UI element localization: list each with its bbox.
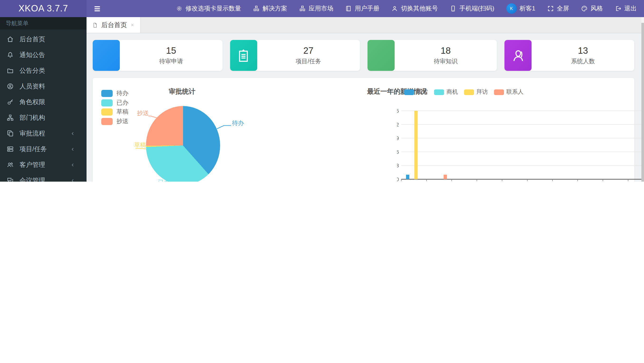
tab-close-icon[interactable] (130, 23, 134, 27)
stat-value: 13 (578, 46, 588, 56)
home-icon (6, 36, 14, 43)
user-icon (391, 5, 398, 12)
person-icon (505, 40, 532, 71)
pie-chart (146, 106, 220, 182)
topbar-item-label: 析客1 (520, 4, 535, 13)
bar-legend-item-0[interactable]: 线索 (404, 88, 428, 96)
legend-swatch (101, 118, 113, 125)
tab-dashboard[interactable]: 后台首页 (86, 17, 141, 33)
content: 15 待审申请 27 项目/任务 18 待审知识 13 系统人数 审批统计 待办… (86, 33, 644, 182)
bar-legend-item-2[interactable]: 拜访 (464, 88, 488, 96)
sidebar-item-label: 部门机构 (20, 114, 45, 122)
tab-bar: 后台首页 (86, 17, 644, 33)
signout-icon (615, 5, 622, 12)
sidebar-header: 导航菜单 (0, 17, 86, 30)
bar-legend-item-1[interactable]: 商机 (434, 88, 458, 96)
sidebar-item-3[interactable]: 人员资料 (0, 78, 86, 94)
charts-card: 审批统计 待办已办草稿抄送 抄送待办草稿已办 最近一年的新增情况 线索商机拜访联… (93, 78, 634, 182)
chevron-left-icon (68, 131, 76, 136)
pie-legend-item-2[interactable]: 草稿 (101, 108, 128, 117)
stat-value: 15 (166, 46, 176, 56)
topbar-item-8[interactable]: 风格 (581, 4, 603, 13)
topbar-item-label: 风格 (590, 4, 603, 13)
sidebar-item-7[interactable]: 项目/任务 (0, 141, 86, 157)
cubes-icon (299, 5, 306, 12)
folder-icon (6, 67, 14, 74)
svg-text:3: 3 (397, 162, 399, 168)
comments-icon (6, 177, 14, 182)
dashboard-page: XKOA 3.7.7 修改选项卡显示数量解决方案应用市场用户手册切换其他账号手机… (0, 0, 644, 182)
shield-check-icon (93, 40, 120, 71)
chevron-left-icon (68, 178, 76, 182)
pie-legend-item-1[interactable]: 已办 (101, 98, 128, 108)
topbar-item-1[interactable]: 解决方案 (253, 4, 287, 13)
svg-text:12: 12 (397, 122, 399, 128)
topbar-item-7[interactable]: 全屏 (547, 4, 569, 13)
topbar-item-5[interactable]: 手机端(扫码) (450, 4, 494, 13)
sidebar-item-6[interactable]: 审批流程 (0, 126, 86, 141)
stat-label: 待审申请 (159, 57, 183, 65)
pie-legend-item-0[interactable]: 待办 (101, 89, 128, 98)
legend-label: 待办 (116, 90, 128, 98)
topbar-item-label: 切换其他账号 (401, 4, 438, 13)
sidebar-item-5[interactable]: 部门机构 (0, 110, 86, 126)
topbar-item-label: 手机端(扫码) (459, 4, 494, 13)
bar-legend: 线索商机拜访联系人 (404, 88, 524, 96)
app-logo[interactable]: XKOA 3.7.7 (0, 0, 86, 17)
sidebar-item-label: 公告分类 (20, 66, 45, 75)
scrollbar[interactable] (642, 17, 644, 182)
stat-card-0[interactable]: 15 待审申请 (93, 40, 222, 71)
topbar-item-9[interactable]: 退出 (615, 4, 637, 13)
topbar-item-0[interactable]: 修改选项卡显示数量 (176, 4, 241, 13)
stat-card-1[interactable]: 27 项目/任务 (230, 40, 360, 71)
legend-swatch (494, 89, 504, 95)
sidebar-item-label: 审批流程 (20, 129, 45, 138)
legend-label: 联系人 (506, 88, 524, 96)
legend-swatch (434, 89, 444, 95)
key-icon (6, 98, 14, 106)
legend-swatch (101, 90, 113, 97)
sidebar-item-9[interactable]: 会议管理 (0, 172, 86, 182)
legend-label: 抄送 (116, 118, 128, 126)
palette-icon (581, 5, 588, 12)
bar-legend-item-3[interactable]: 联系人 (494, 88, 524, 96)
tab-label: 后台首页 (101, 21, 127, 29)
stat-card-2[interactable]: 18 待审知识 (367, 40, 497, 71)
topbar-item-2[interactable]: 应用市场 (299, 4, 333, 13)
main-area: 后台首页 15 待审申请 27 项目/任务 18 待审知识 13 系统人数 审批… (86, 17, 644, 182)
bell-icon (6, 51, 14, 58)
svg-text:6: 6 (397, 149, 399, 155)
stat-card-3[interactable]: 13 系统人数 (505, 40, 634, 71)
stat-cards: 15 待审申请 27 项目/任务 18 待审知识 13 系统人数 (93, 40, 634, 71)
sidebar-item-2[interactable]: 公告分类 (0, 63, 86, 78)
sidebar-toggle-icon[interactable] (93, 4, 101, 12)
topbar-item-3[interactable]: 用户手册 (345, 4, 380, 13)
svg-text:15: 15 (397, 108, 399, 114)
cubes-icon (253, 5, 260, 12)
topbar-item-label: 退出 (624, 4, 637, 13)
sidebar-item-1[interactable]: 通知公告 (0, 47, 86, 63)
topbar-item-label: 解决方案 (262, 4, 287, 13)
file-icon (92, 22, 98, 28)
gear-icon (176, 5, 182, 12)
user-circle-icon (6, 83, 14, 90)
sidebar-item-0[interactable]: 后台首页 (0, 32, 86, 47)
sidebar-item-label: 人员资料 (20, 82, 45, 90)
sidebar-item-4[interactable]: 角色权限 (0, 94, 86, 110)
expand-icon (547, 5, 554, 12)
topbar-item-6[interactable]: K析客1 (506, 3, 535, 14)
scrollbar-thumb[interactable] (642, 23, 644, 182)
chevron-left-icon (68, 147, 76, 152)
pie-chart-title: 审批统计 (154, 88, 211, 96)
sidebar-item-8[interactable]: 客户管理 (0, 157, 86, 172)
topbar-menu: 修改选项卡显示数量解决方案应用市场用户手册切换其他账号手机端(扫码)K析客1全屏… (176, 3, 644, 14)
topbar-item-4[interactable]: 切换其他账号 (391, 4, 438, 13)
sidebar-item-label: 项目/任务 (20, 145, 47, 153)
legend-label: 拜访 (476, 88, 488, 96)
pie-callout-label: 草稿 (134, 141, 146, 149)
pie-legend-item-3[interactable]: 抄送 (101, 117, 128, 126)
topbar-item-label: 用户手册 (355, 4, 380, 13)
stat-value: 18 (441, 46, 451, 56)
chevron-left-icon (68, 162, 76, 167)
topbar-item-label: 应用市场 (308, 4, 333, 13)
